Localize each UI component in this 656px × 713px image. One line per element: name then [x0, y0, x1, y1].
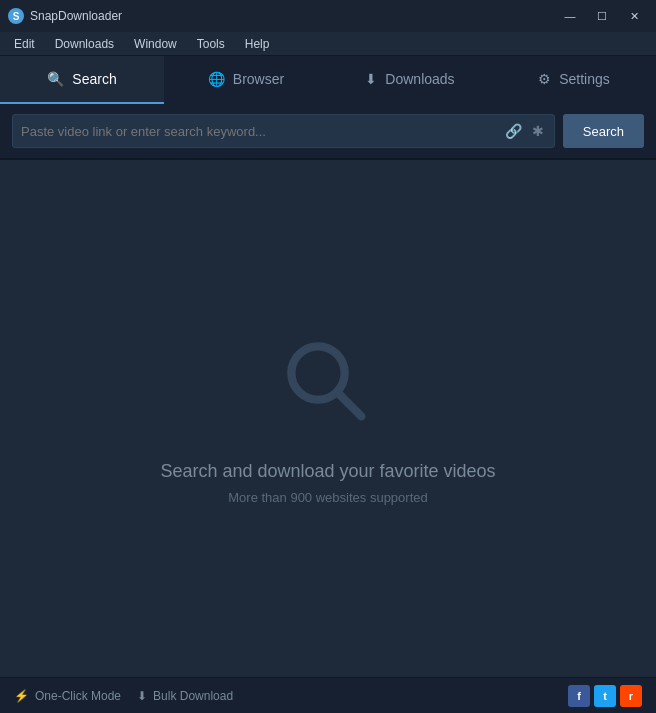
tab-search-label: Search: [72, 71, 116, 87]
menu-tools[interactable]: Tools: [187, 35, 235, 53]
paste-icon[interactable]: 🔗: [503, 121, 524, 141]
status-left: ⚡ One-Click Mode ⬇ Bulk Download: [14, 689, 233, 703]
status-right: f t r: [568, 685, 642, 707]
menu-bar: Edit Downloads Window Tools Help: [0, 32, 656, 56]
menu-downloads[interactable]: Downloads: [45, 35, 124, 53]
app-title: SnapDownloader: [30, 9, 122, 23]
facebook-button[interactable]: f: [568, 685, 590, 707]
minimize-button[interactable]: —: [556, 6, 584, 26]
tab-settings-label: Settings: [559, 71, 610, 87]
twitter-button[interactable]: t: [594, 685, 616, 707]
settings-tab-icon: ⚙: [538, 71, 551, 87]
close-button[interactable]: ✕: [620, 6, 648, 26]
bulk-download-icon: ⬇: [137, 689, 147, 703]
one-click-mode[interactable]: ⚡ One-Click Mode: [14, 689, 121, 703]
search-input-container: 🔗 ✱: [12, 114, 555, 148]
one-click-label: One-Click Mode: [35, 689, 121, 703]
search-input-icons: 🔗 ✱: [503, 121, 546, 141]
menu-window[interactable]: Window: [124, 35, 187, 53]
tab-bar: 🔍 Search 🌐 Browser ⬇ Downloads ⚙ Setting…: [0, 56, 656, 104]
status-bar: ⚡ One-Click Mode ⬇ Bulk Download f t r: [0, 677, 656, 713]
maximize-button[interactable]: ☐: [588, 6, 616, 26]
bulk-download-label: Bulk Download: [153, 689, 233, 703]
downloads-tab-icon: ⬇: [365, 71, 377, 87]
main-subtitle: More than 900 websites supported: [228, 490, 427, 505]
search-bar: 🔗 ✱ Search: [0, 104, 656, 160]
tab-search[interactable]: 🔍 Search: [0, 56, 164, 104]
title-bar-left: S SnapDownloader: [8, 8, 122, 24]
search-input[interactable]: [21, 124, 503, 139]
tab-downloads[interactable]: ⬇ Downloads: [328, 56, 492, 104]
svg-line-1: [338, 393, 361, 416]
main-title: Search and download your favorite videos: [160, 461, 495, 482]
reddit-button[interactable]: r: [620, 685, 642, 707]
search-illustration: [278, 333, 378, 437]
app-icon: S: [8, 8, 24, 24]
one-click-icon: ⚡: [14, 689, 29, 703]
title-bar: S SnapDownloader — ☐ ✕: [0, 0, 656, 32]
bulk-download[interactable]: ⬇ Bulk Download: [137, 689, 233, 703]
tab-browser-label: Browser: [233, 71, 284, 87]
title-bar-controls: — ☐ ✕: [556, 6, 648, 26]
tab-settings[interactable]: ⚙ Settings: [492, 56, 656, 104]
clear-icon[interactable]: ✱: [530, 121, 546, 141]
tab-downloads-label: Downloads: [385, 71, 454, 87]
menu-help[interactable]: Help: [235, 35, 280, 53]
menu-edit[interactable]: Edit: [4, 35, 45, 53]
browser-tab-icon: 🌐: [208, 71, 225, 87]
tab-browser[interactable]: 🌐 Browser: [164, 56, 328, 104]
search-tab-icon: 🔍: [47, 71, 64, 87]
main-content: Search and download your favorite videos…: [0, 160, 656, 677]
search-button[interactable]: Search: [563, 114, 644, 148]
